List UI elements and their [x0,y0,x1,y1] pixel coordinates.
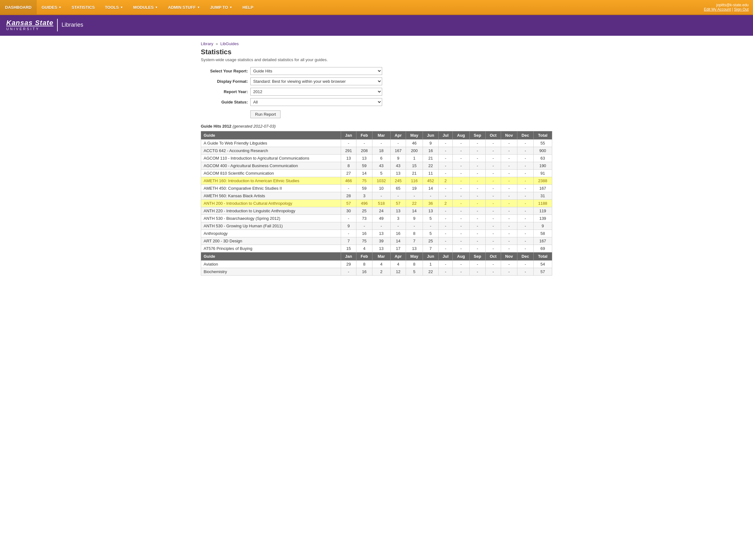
nav-modules[interactable]: MODULES ▼ [128,0,163,15]
cell-jun: 22 [423,268,439,275]
select-report-dropdown[interactable]: Guide Hits [250,67,382,75]
cell-total: 31 [533,192,552,199]
cell-aug: - [453,222,469,229]
cell-sep: - [469,244,485,252]
table-row: AGCOM 810 Scientific Communication271451… [201,169,552,177]
breadcrumb-libguides-link[interactable]: LibGuides [220,41,239,46]
nav-dashboard[interactable]: DASHBOARD [0,0,37,15]
cell-may: 15 [406,162,423,169]
table-header-row: Guide Jan Feb Mar Apr May Jun Jul Aug Se… [201,131,552,139]
cell-oct: - [485,192,501,199]
cell-feb: - [356,139,372,147]
cell-mar: 18 [372,147,390,154]
report-year-dropdown[interactable]: 2012 [250,88,382,96]
cell-apr: 12 [390,268,406,275]
cell-jan: 13 [341,154,356,162]
table-row: ANTH 530 - Bioarchaeology (Spring 2012)-… [201,215,552,222]
sign-out-link[interactable]: Sign Out [734,7,749,12]
cell-apr: 57 [390,199,406,207]
cell-mar: - [372,139,390,147]
col-nov: Nov [501,131,517,139]
cell-may: - [406,222,423,229]
col-mar: Mar [372,131,390,139]
cell-jul: - [439,222,453,229]
cell-oct: - [485,177,501,184]
cell-feb: 208 [356,147,372,154]
cell-nov: - [501,162,517,169]
cell-dec: - [517,192,533,199]
cell-jun: 7 [423,244,439,252]
cell-may: 14 [406,207,423,215]
cell-dec: - [517,184,533,192]
cell-apr: 3 [390,215,406,222]
cell-total: 57 [533,268,552,275]
table-row: ANTH 200 - Introduction to Cultural Anth… [201,199,552,207]
cell-jul: - [439,169,453,177]
cell-feb: 496 [356,199,372,207]
guide-name-cell: AGCOM 810 Scientific Communication [201,169,341,177]
cell-aug: - [453,260,469,268]
col-jan: Jan [341,131,356,139]
cell-jun: 1 [423,260,439,268]
nav-jump-to[interactable]: JUMP TO ▼ [205,0,237,15]
cell-mar: 39 [372,237,390,244]
cell-jul: - [439,260,453,268]
table-row: Biochemistry-16212522------57 [201,268,552,275]
nav-tools[interactable]: TOOLS ▼ [100,0,128,15]
nav-admin-stuff[interactable]: ADMIN STUFF ▼ [163,0,205,15]
jumpto-dropdown-arrow: ▼ [229,6,232,9]
cell-jul: - [439,207,453,215]
table-row: AMETH 450: Comparative Ethnic Studies II… [201,184,552,192]
cell-mar: 6 [372,154,390,162]
cell-feb: 73 [356,215,372,222]
breadcrumb: Library » LibGuides [201,41,552,46]
guide-status-dropdown[interactable]: All [250,98,382,106]
edit-account-link[interactable]: Edit My Account [704,7,731,12]
cell-mar: 5 [372,169,390,177]
ksu-header-banner: Kansas State UNIVERSITY Libraries [0,15,753,36]
guide-name-cell: A Guide To Web Friendly Libguides [201,139,341,147]
nav-statistics[interactable]: STATISTICS [66,0,100,15]
report-form: Select Your Report: Guide Hits Display F… [201,67,552,118]
cell-jun: - [423,222,439,229]
cell-jun: 13 [423,207,439,215]
cell-jul: - [439,268,453,275]
cell-sep: - [469,260,485,268]
cell-feb: 8 [356,260,372,268]
ksu-logo: Kansas State UNIVERSITY [6,19,58,31]
cell-aug: - [453,268,469,275]
cell-jul: - [439,244,453,252]
guide-link[interactable]: AMETH 160: Introduction to American Ethn… [204,178,299,183]
cell-jul: - [439,154,453,162]
cell-jul: - [439,184,453,192]
cell-jul: - [439,229,453,237]
cell-oct: - [485,162,501,169]
run-report-button[interactable]: Run Report [250,111,281,118]
display-format-row: Display Format: Standard: Best for viewi… [201,77,552,85]
display-format-dropdown[interactable]: Standard: Best for viewing within your w… [250,77,382,85]
cell-nov: - [501,177,517,184]
cell-mar: 13 [372,229,390,237]
cell-mar: 49 [372,215,390,222]
cell-feb: 59 [356,184,372,192]
cell-apr: 4 [390,260,406,268]
cell-mar: 1032 [372,177,390,184]
cell-jan: 8 [341,162,356,169]
cell-feb: 25 [356,207,372,215]
cell-feb: 59 [356,162,372,169]
guide-link[interactable]: ANTH 200 - Introduction to Cultural Anth… [204,201,292,206]
breadcrumb-library-link[interactable]: Library [201,41,213,46]
cell-dec: - [517,215,533,222]
cell-sep: - [469,199,485,207]
cell-aug: - [453,147,469,154]
cell-apr: - [390,139,406,147]
cell-feb: 13 [356,154,372,162]
table-header-repeat-row: GuideJanFebMarAprMayJunJulAugSepOctNovDe… [201,252,552,260]
nav-help[interactable]: HELP [237,0,258,15]
nav-guides[interactable]: GUIDES ▼ [37,0,67,15]
cell-jul: - [439,192,453,199]
cell-oct: - [485,229,501,237]
cell-jan: 7 [341,237,356,244]
table-row: AGCOM 110 - Introduction to Agricultural… [201,154,552,162]
cell-dec: - [517,207,533,215]
